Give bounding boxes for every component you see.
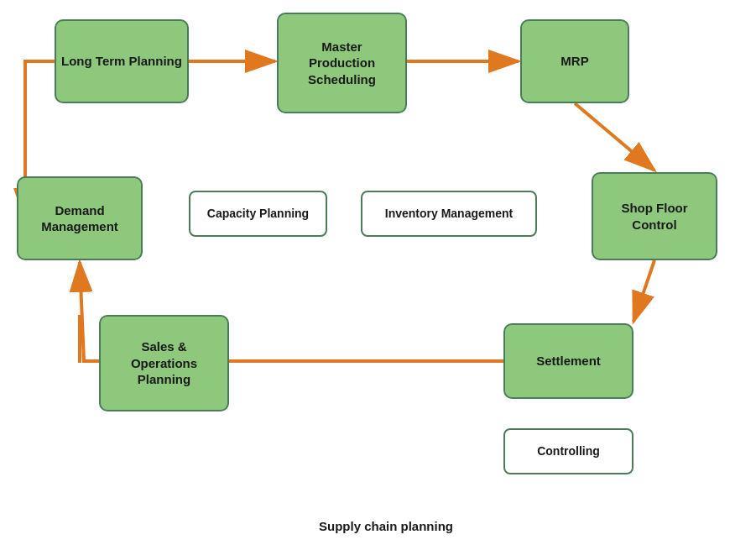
diagram-container: Long Term Planning MasterProductionSched… xyxy=(0,0,756,545)
node-shop-floor-control: Shop FloorControl xyxy=(592,172,717,260)
node-capacity-planning: Capacity Planning xyxy=(189,191,327,237)
svg-line-5 xyxy=(633,260,654,322)
node-controlling: Controlling xyxy=(503,428,633,474)
node-settlement: Settlement xyxy=(503,323,633,399)
caption: Supply chain planning xyxy=(294,519,478,533)
node-inventory-management: Inventory Management xyxy=(361,191,537,237)
node-demand-management: DemandManagement xyxy=(17,176,143,260)
svg-line-4 xyxy=(575,103,654,170)
node-master-production: MasterProductionScheduling xyxy=(277,13,407,113)
node-sales-operations: Sales &OperationsPlanning xyxy=(99,315,229,411)
node-long-term-planning: Long Term Planning xyxy=(55,19,189,103)
node-mrp: MRP xyxy=(520,19,629,103)
